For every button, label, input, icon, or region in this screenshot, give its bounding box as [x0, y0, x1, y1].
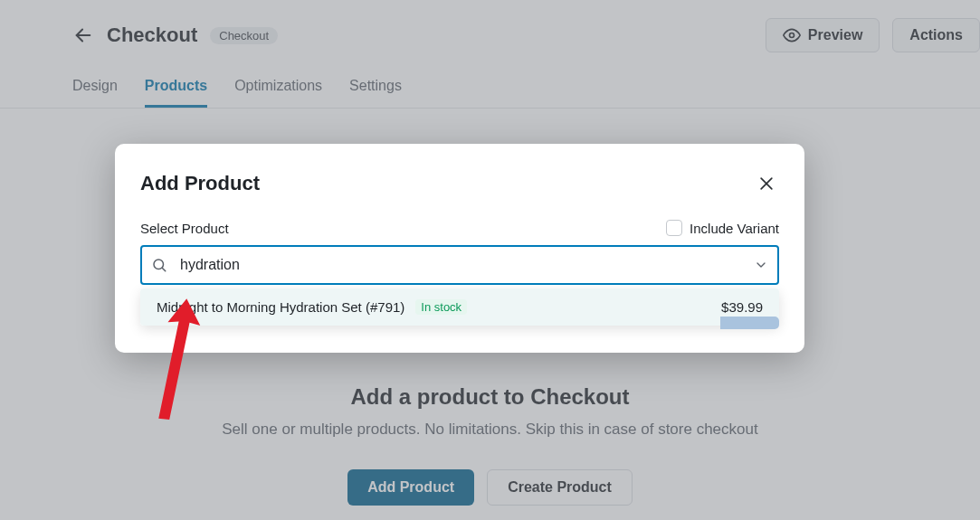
close-icon [757, 175, 775, 193]
modal-header: Add Product [140, 171, 779, 196]
add-product-modal: Add Product Select Product Include Varia… [115, 144, 804, 353]
include-variant-checkbox[interactable] [666, 220, 682, 236]
select-product-label: Select Product [140, 221, 229, 236]
hidden-button-fragment [720, 317, 779, 329]
product-search-wrap [140, 245, 779, 285]
product-dropdown: Midnight to Morning Hydration Set (#791)… [140, 288, 779, 326]
include-variant-label: Include Variant [690, 221, 779, 236]
stock-badge: In stock [415, 299, 467, 315]
product-option[interactable]: Midnight to Morning Hydration Set (#791)… [140, 288, 779, 326]
svg-line-5 [162, 268, 165, 270]
select-product-row: Select Product Include Variant [140, 220, 779, 236]
svg-point-4 [154, 260, 164, 269]
product-search-input[interactable] [140, 245, 779, 285]
close-button[interactable] [754, 171, 779, 196]
search-icon [151, 257, 167, 273]
include-variant-wrap[interactable]: Include Variant [666, 220, 779, 236]
product-option-price: $39.99 [721, 299, 763, 315]
product-option-name: Midnight to Morning Hydration Set (#791) [157, 299, 404, 315]
product-option-left: Midnight to Morning Hydration Set (#791)… [157, 299, 467, 315]
chevron-down-icon[interactable] [754, 258, 768, 272]
modal-title: Add Product [140, 172, 260, 195]
